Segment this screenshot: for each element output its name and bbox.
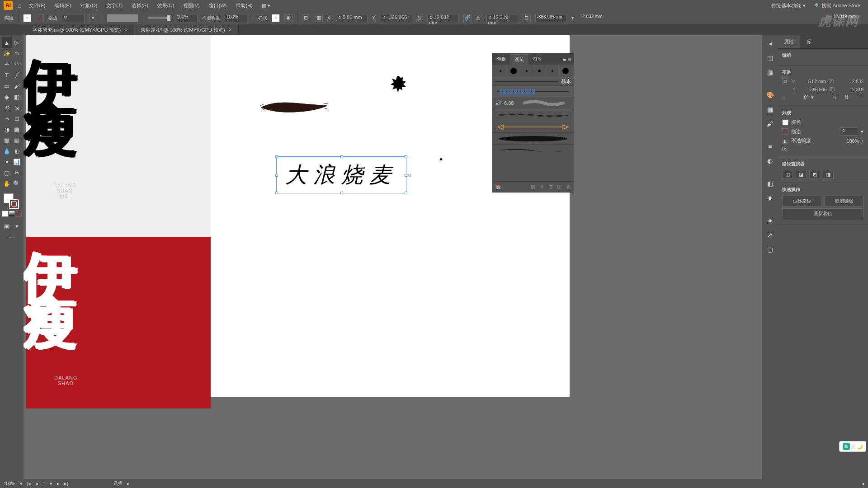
screen-mode-dropdown[interactable]: ▾ [12, 221, 22, 231]
offset-path-btn[interactable]: 位移路径 [782, 196, 821, 206]
menu-help[interactable]: 帮助(H) [232, 2, 256, 9]
delete-brush-icon[interactable]: 🗑 [566, 184, 571, 190]
scroll-right-icon[interactable]: ◂ [862, 481, 864, 487]
doc-tab-2[interactable]: 未标题-1* @ 100% (CMYK/GPU 预览)× [134, 24, 239, 35]
menu-edit[interactable]: 编辑(E) [51, 2, 75, 9]
menu-file[interactable]: 文件(F) [25, 2, 49, 9]
h-val[interactable]: 12.319 [837, 87, 863, 92]
gradient-panel-icon[interactable]: ◐ [764, 155, 776, 167]
close-icon[interactable]: × [229, 27, 232, 33]
properties-tab[interactable]: 属性 [778, 35, 800, 48]
stroke-weight-prop[interactable]: ≎ [840, 127, 858, 136]
color-mode-gradient[interactable] [9, 211, 15, 217]
blend-tool[interactable]: ◐ [12, 145, 22, 156]
brush-preset-2[interactable] [507, 66, 520, 76]
speaker-icon[interactable]: 🔊 [495, 100, 501, 106]
shape-builder-tool[interactable]: ◑ [2, 124, 12, 135]
brush-thumb-arrow[interactable] [492, 121, 574, 132]
h-input[interactable]: ≎ 12.319 mm [486, 14, 518, 22]
fill-stroke-swatches[interactable] [2, 192, 22, 209]
expand-icon[interactable]: ◂ [764, 37, 776, 50]
w-val[interactable]: 12.832 [837, 79, 863, 84]
stroke-color[interactable] [9, 199, 19, 209]
artboard-number[interactable]: 1 [42, 481, 45, 486]
angle-val[interactable]: 0° [790, 95, 808, 100]
ime-indicator[interactable]: S英🌙 [839, 441, 866, 452]
fill-swatch[interactable]: ▾ [23, 14, 31, 22]
hand-tool[interactable]: ✋ [2, 178, 12, 189]
reference-point[interactable]: ⊡ [782, 78, 788, 84]
menu-effect[interactable]: 效果(C) [154, 2, 178, 9]
slice-tool[interactable]: ✂ [12, 167, 22, 178]
close-icon[interactable]: × [124, 27, 127, 33]
color-mode-none[interactable]: ╱ [15, 211, 22, 217]
brush-preset-5[interactable] [546, 66, 559, 76]
swatches-icon[interactable]: ▦ [764, 103, 776, 116]
menu-arrange-icon[interactable]: ▦ ▾ [258, 3, 274, 9]
color-icon[interactable]: 🎨 [764, 89, 776, 101]
brush-thumb-ink1[interactable] [492, 132, 574, 144]
menu-window[interactable]: 窗口(W) [205, 2, 231, 9]
opacity-val[interactable]: 100% [846, 138, 859, 144]
symbol-sprayer-tool[interactable]: ✦ [2, 156, 12, 167]
fill-swatch-prop[interactable] [782, 119, 788, 126]
free-transform-tool[interactable]: ⊡ [12, 113, 22, 124]
style-swatch[interactable]: ▾ [272, 14, 280, 22]
scale-slider[interactable] [148, 17, 170, 19]
eyedropper-tool[interactable]: 💧 [2, 145, 12, 156]
brush-preset-1[interactable] [494, 66, 507, 76]
doc-tab-1[interactable]: 字体研究.ai @ 100% (CMYK/GPU 预览)× [26, 24, 134, 35]
brush-options-icon[interactable]: ⊡ [548, 184, 552, 190]
new-brush-icon[interactable]: ◫ [557, 184, 561, 190]
prev-artboard-icon[interactable]: ◂ [35, 481, 38, 487]
pathfinder-intersect[interactable]: ◩ [809, 170, 820, 179]
appearance-icon[interactable]: ◉ [764, 192, 776, 204]
pathfinder-minus[interactable]: ◪ [796, 170, 807, 179]
stroke-swatch[interactable]: ╱ [36, 14, 44, 22]
x-val[interactable]: 5.82 mm [799, 79, 826, 84]
more-options-icon[interactable]: ⋯ [859, 94, 863, 100]
rectangle-tool[interactable]: ▭ [2, 80, 12, 91]
flip-v-icon[interactable]: ⇅ [844, 94, 849, 100]
flip-h-icon[interactable]: ⇋ [832, 94, 836, 100]
menu-select[interactable]: 选择(S) [128, 2, 152, 9]
brush-size-value[interactable]: 6.00 [504, 100, 514, 106]
next-artboard-icon[interactable]: ▸ [57, 481, 60, 487]
brush-library-menu-icon[interactable]: ▦ [531, 184, 535, 190]
canvas[interactable]: 伊瘦 DALANGSHAOMEI 伊瘦 DALANGSHAO 大浪烧 [24, 35, 762, 479]
link-wh-icon[interactable]: 🔗 [463, 14, 472, 22]
basic-brush-row[interactable]: 基本 [492, 77, 574, 85]
menu-object[interactable]: 对象(O) [76, 2, 101, 9]
curvature-tool[interactable]: 〰 [12, 59, 22, 70]
transform-icon[interactable]: ▦ [315, 14, 323, 22]
selection-tool[interactable]: ▲ [2, 37, 12, 48]
remove-brush-stroke-icon[interactable]: ✕ [540, 184, 544, 190]
type-tool[interactable]: T [2, 70, 12, 80]
eraser-tool[interactable]: ◧ [12, 91, 22, 102]
stroke-weight[interactable]: ≎ [62, 14, 85, 22]
direct-selection-tool[interactable]: ▷ [12, 37, 22, 48]
pathfinder-unite[interactable]: ◫ [782, 170, 793, 179]
mesh-tool[interactable]: ▦ [2, 135, 12, 145]
paintbrush-tool[interactable]: 🖌 [12, 80, 22, 91]
width-tool[interactable]: ⊸ [2, 113, 12, 124]
y-val[interactable]: -366.965 [801, 87, 827, 92]
menu-type[interactable]: 文字(T) [103, 2, 126, 9]
perspective-tool[interactable]: ▦ [12, 124, 22, 135]
shape-icon[interactable]: ⊡ [523, 14, 531, 22]
ungroup-btn[interactable]: 取消编组 [824, 196, 863, 206]
brush-preset-3[interactable] [520, 66, 533, 76]
pen-tool[interactable]: ✒ [2, 59, 12, 70]
scale-input[interactable]: 100% [175, 14, 198, 22]
search-field[interactable]: 🔍 搜索 Adobe Stock [811, 2, 864, 9]
transparency-icon[interactable]: ◧ [764, 177, 776, 190]
shear-input[interactable]: -366.965 mm [535, 14, 567, 22]
symbols-tab[interactable]: 符号 [528, 54, 547, 65]
chevron-down-icon[interactable]: ▾ [50, 481, 52, 487]
libraries-icon[interactable]: ▥ [764, 66, 776, 79]
chevron-right-icon[interactable]: › [862, 138, 863, 144]
brushes-icon[interactable]: 🖌 [764, 117, 776, 130]
scroll-left-icon[interactable]: ▸ [127, 481, 130, 487]
panel-collapse-icon[interactable]: ◂▸ ≡ [560, 57, 574, 62]
brush-definition[interactable] [107, 14, 138, 22]
